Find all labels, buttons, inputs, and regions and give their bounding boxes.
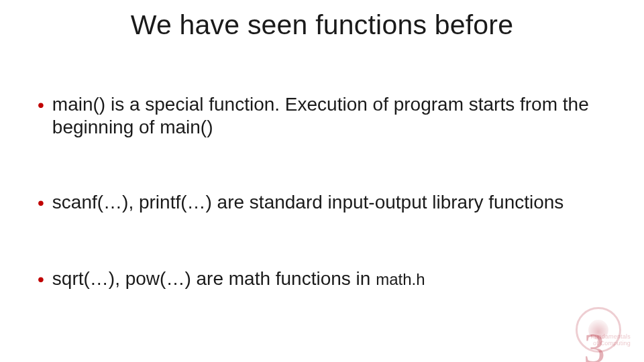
- bullet-text-pre: sqrt(…), pow(…) are math functions in: [52, 268, 376, 289]
- slide-number: 3: [584, 327, 605, 362]
- bullet-text: sqrt(…), pow(…) are math functions in ma…: [52, 267, 425, 290]
- bullet-icon: •: [38, 267, 44, 292]
- list-item: • scanf(…), printf(…) are standard input…: [38, 191, 617, 215]
- bullet-icon: •: [38, 191, 44, 215]
- slide-title: We have seen functions before: [0, 9, 644, 41]
- list-item: • main() is a special function. Executio…: [38, 93, 617, 139]
- slide: We have seen functions before • main() i…: [0, 9, 644, 362]
- bullet-text-small: math.h: [376, 270, 425, 288]
- bullet-text: main() is a special function. Execution …: [52, 93, 617, 139]
- list-item: • sqrt(…), pow(…) are math functions in …: [38, 267, 617, 292]
- bullet-list: • main() is a special function. Executio…: [0, 93, 644, 292]
- bullet-icon: •: [38, 93, 44, 117]
- bullet-text: scanf(…), printf(…) are standard input-o…: [52, 191, 564, 214]
